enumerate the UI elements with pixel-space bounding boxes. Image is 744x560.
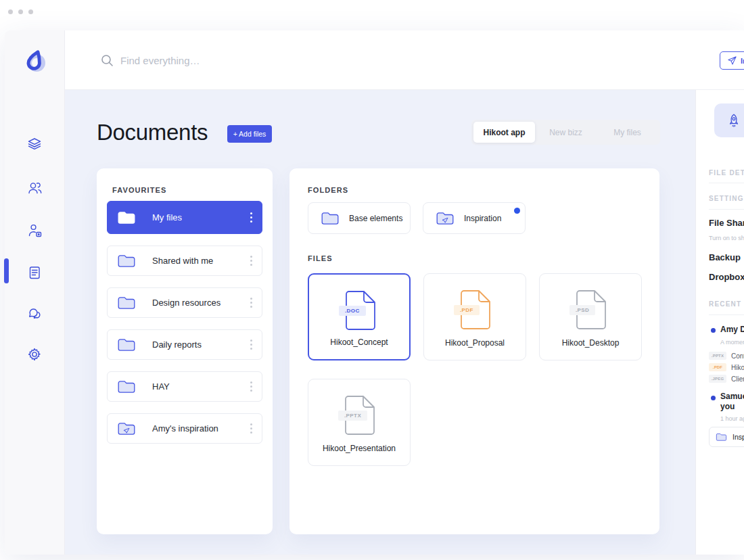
file-name: Hikoot_Desktop: [540, 338, 641, 348]
folder-tile-label: Base elements: [349, 214, 402, 223]
favourite-item-hay[interactable]: HAY: [107, 371, 262, 402]
layers-icon[interactable]: [27, 137, 42, 151]
folder-icon: [117, 295, 136, 310]
favourite-item-label: Daily reports: [152, 340, 202, 350]
detail-panel: FILE DETAILS SETTINGS File Sharing Turn …: [695, 90, 744, 555]
team-icon[interactable]: [27, 180, 42, 195]
activity-time: A moment ago: [720, 339, 744, 346]
rocket-icon: [726, 113, 741, 128]
favourites-heading: FAVOURITES: [112, 186, 166, 194]
recent-file-name: Hikoot_Proposal: [731, 364, 744, 371]
setting-dropbox-sync[interactable]: Dropbox Sync: [709, 272, 744, 282]
search-icon: [101, 54, 114, 67]
file-card-hikoot-presentation[interactable]: .PPTX Hikoot_Presentation: [308, 379, 411, 466]
favourite-item-label: HAY: [152, 381, 170, 392]
file-ext-badge: .DOC: [339, 306, 366, 316]
upgrade-chip[interactable]: [714, 103, 744, 137]
more-options-icon[interactable]: [250, 427, 252, 429]
folder-icon: [117, 210, 136, 225]
shared-folder-icon: [436, 210, 455, 226]
file-card-hikoot-proposal[interactable]: .PDF Hikoot_Proposal: [423, 273, 526, 360]
recent-file-name: Content_plan: [731, 352, 744, 360]
app-logo: [22, 48, 48, 74]
activity-user-line2: you: [720, 402, 735, 411]
search-input[interactable]: [120, 51, 404, 70]
shared-folder-chip[interactable]: Inspiration: [709, 427, 744, 447]
setting-backup[interactable]: Backup: [709, 252, 741, 262]
tab-my-files[interactable]: My files: [597, 122, 658, 143]
favourites-card: FAVOURITES My files Shared with me Desig…: [97, 168, 273, 534]
file-ext-badge: .PDF: [709, 363, 726, 371]
more-options-icon[interactable]: [250, 260, 252, 262]
invite-label: Invite: [741, 57, 744, 65]
sidebar: [5, 30, 65, 555]
file-ext-badge: .PPTX: [709, 352, 726, 360]
more-options-icon[interactable]: [250, 344, 252, 346]
add-files-button[interactable]: + Add files: [227, 125, 272, 143]
window-controls[interactable]: [8, 9, 33, 14]
settings-icon[interactable]: [27, 347, 42, 362]
file-details-heading: FILE DETAILS: [709, 169, 744, 177]
activity-user: Samuel Smith shared with: [720, 392, 744, 401]
contacts-icon[interactable]: [27, 223, 42, 237]
more-options-icon[interactable]: [250, 386, 252, 388]
folder-icon: [321, 210, 340, 226]
file-card-hikoot-desktop[interactable]: .PSD Hikoot_Desktop: [539, 273, 642, 360]
window-dot[interactable]: [28, 9, 33, 14]
recent-file-row[interactable]: .PDF Hikoot_Proposal: [709, 363, 744, 371]
file-ext-badge: .JPEG: [709, 375, 726, 383]
activity-time: 1 hour ago: [720, 415, 744, 422]
favourite-item-daily-reports[interactable]: Daily reports: [107, 329, 262, 360]
main-content: Documents + Add files Hikoot app New biz…: [65, 90, 695, 555]
file-ext-badge: .PSD: [569, 305, 595, 315]
file-name: Hikoot_Presentation: [308, 444, 410, 453]
top-header: Invite: [65, 30, 744, 90]
folder-tile-inspiration[interactable]: Inspiration: [423, 202, 526, 234]
favourite-item-label: Amy's inspiration: [152, 423, 218, 434]
setting-file-sharing[interactable]: File Sharing: [709, 218, 744, 228]
divider: [709, 209, 744, 210]
tab-new-bizz[interactable]: New bizz: [535, 122, 597, 143]
folder-tile-base-elements[interactable]: Base elements: [308, 202, 411, 234]
recent-file-row[interactable]: .JPEG Client_Showcase: [709, 375, 744, 383]
favourite-item-shared-with-me[interactable]: Shared with me: [107, 246, 262, 276]
tab-hikoot-app[interactable]: Hikoot app: [473, 122, 535, 143]
documents-icon[interactable]: [27, 265, 42, 280]
folder-icon: [117, 379, 136, 394]
window-dot[interactable]: [18, 9, 23, 14]
active-nav-indicator: [4, 258, 9, 283]
file-name: Hikoot_Concept: [309, 337, 409, 347]
activity-bullet: [711, 396, 716, 400]
shared-folder-icon: [117, 421, 136, 436]
invite-button[interactable]: Invite: [720, 51, 744, 70]
more-options-icon[interactable]: [250, 216, 252, 218]
favourite-item-my-files[interactable]: My files: [107, 201, 262, 234]
favourite-item-label: My files: [152, 212, 182, 223]
file-ext-badge: .PDF: [454, 305, 480, 315]
favourite-item-label: Design resources: [152, 298, 220, 308]
folder-icon: [716, 432, 727, 442]
workspace-tabs: Hikoot app New bizz My files: [471, 120, 660, 145]
recent-file-row[interactable]: .PPTX Content_plan: [709, 352, 744, 360]
file-ext-badge: .PPTX: [338, 411, 367, 421]
page-title: Documents: [97, 120, 208, 145]
favourites-list: My files Shared with me Design resources…: [107, 201, 262, 455]
recent-files-heading: RECENT FILES: [709, 300, 744, 308]
folders-heading: FOLDERS: [308, 186, 348, 194]
recent-file-name: Client_Showcase: [731, 375, 744, 383]
notification-dot: [514, 208, 520, 214]
activity-bullet: [711, 328, 716, 333]
settings-heading: SETTINGS: [709, 195, 744, 202]
folders-files-card: FOLDERS Base elements Inspiration FILES …: [289, 168, 659, 534]
divider: [709, 183, 744, 183]
favourite-item-amys-inspiration[interactable]: Amy's inspiration: [107, 413, 262, 444]
paper-plane-icon: [728, 56, 737, 65]
file-card-hikoot-concept[interactable]: .DOC Hikoot_Concept: [308, 273, 411, 360]
more-options-icon[interactable]: [250, 302, 252, 304]
setting-file-sharing-sub: Turn on to share files: [709, 235, 744, 241]
favourite-item-design-resources[interactable]: Design resources: [107, 287, 262, 318]
messages-icon[interactable]: [27, 306, 42, 321]
files-heading: FILES: [308, 254, 333, 262]
shared-folder-label: Inspiration: [733, 433, 744, 441]
window-dot[interactable]: [8, 9, 13, 14]
